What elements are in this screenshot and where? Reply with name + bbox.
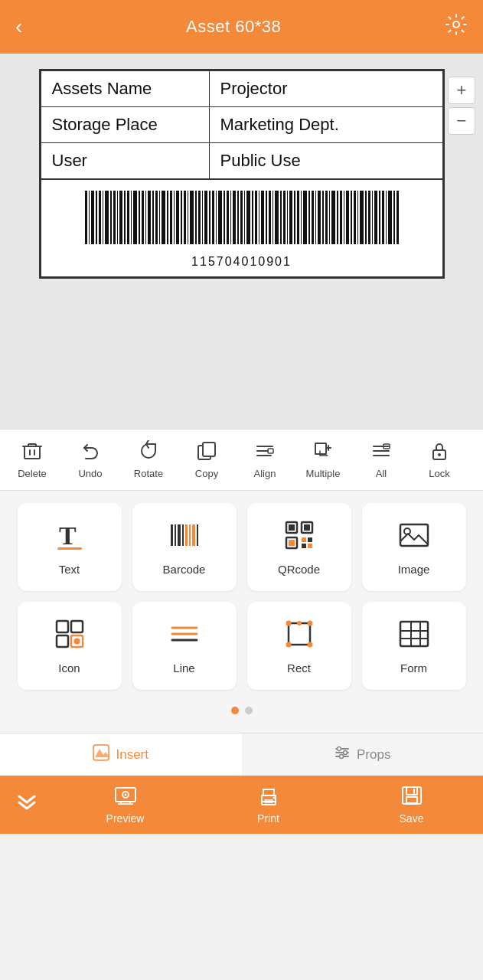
zoom-in-button[interactable]: + xyxy=(448,77,475,104)
save-button[interactable]: Save xyxy=(340,776,483,834)
props-tab-icon xyxy=(334,744,351,765)
collapse-button[interactable] xyxy=(0,784,54,825)
svg-rect-117 xyxy=(302,544,306,548)
zoom-controls: + − xyxy=(448,77,475,135)
toggle-bar: Insert Props xyxy=(0,733,483,776)
all-icon xyxy=(370,440,392,465)
svg-rect-40 xyxy=(224,191,225,244)
delete-button[interactable]: Delete xyxy=(3,436,61,484)
app-header: ‹ Asset 60*38 xyxy=(0,0,483,54)
insert-barcode-button[interactable]: Barcode xyxy=(132,503,237,591)
qrcode-icon xyxy=(282,518,316,557)
zoom-out-button[interactable]: − xyxy=(448,107,475,135)
svg-rect-24 xyxy=(167,191,168,244)
svg-rect-68 xyxy=(322,191,324,244)
svg-rect-1 xyxy=(85,191,87,244)
svg-rect-79 xyxy=(360,191,364,244)
all-button[interactable]: All xyxy=(352,436,410,484)
svg-rect-77 xyxy=(354,191,356,244)
svg-rect-10 xyxy=(117,191,118,244)
back-button[interactable]: ‹ xyxy=(15,15,22,39)
rotate-button[interactable]: Rotate xyxy=(119,436,178,484)
insert-tab[interactable]: Insert xyxy=(0,733,242,776)
dot-inactive xyxy=(245,707,253,714)
svg-rect-25 xyxy=(170,191,172,244)
svg-rect-36 xyxy=(209,191,210,244)
svg-point-145 xyxy=(344,751,348,755)
svg-text:T: T xyxy=(59,521,77,550)
svg-point-132 xyxy=(286,642,291,648)
multiple-button[interactable]: Multiple xyxy=(294,436,352,484)
svg-point-154 xyxy=(273,797,275,799)
image-label: Image xyxy=(398,563,430,576)
multiple-icon xyxy=(312,440,334,465)
align-label: Align xyxy=(254,468,276,479)
svg-rect-60 xyxy=(294,191,295,244)
undo-label: Undo xyxy=(78,468,102,479)
insert-icon-button[interactable]: Icon xyxy=(18,602,122,690)
align-icon xyxy=(254,440,276,465)
insert-text-button[interactable]: T Text xyxy=(18,503,122,591)
header-title: Asset 60*38 xyxy=(186,17,281,37)
form-label: Form xyxy=(400,662,427,675)
svg-rect-78 xyxy=(357,191,358,244)
barcode-image xyxy=(77,191,406,252)
insert-image-button[interactable]: Image xyxy=(362,503,466,591)
svg-rect-95 xyxy=(315,443,326,454)
svg-rect-65 xyxy=(312,191,314,244)
dot-active xyxy=(231,707,239,714)
undo-button[interactable]: Undo xyxy=(61,436,119,484)
svg-rect-37 xyxy=(212,191,214,244)
insert-form-button[interactable]: Form xyxy=(362,602,466,690)
props-tab[interactable]: Props xyxy=(242,733,484,776)
field-value-assets: Projector xyxy=(209,71,442,107)
svg-rect-50 xyxy=(259,191,259,244)
lock-label: Lock xyxy=(429,468,449,479)
svg-rect-123 xyxy=(57,635,68,647)
svg-rect-69 xyxy=(325,191,328,244)
lock-button[interactable]: Lock xyxy=(410,436,468,484)
svg-rect-21 xyxy=(155,191,158,244)
print-icon xyxy=(257,785,280,809)
barcode-section: 115704010901 xyxy=(41,179,443,277)
svg-rect-157 xyxy=(406,797,417,803)
print-button[interactable]: Print xyxy=(197,776,340,834)
image-icon xyxy=(397,518,431,557)
svg-rect-33 xyxy=(198,191,201,244)
svg-rect-119 xyxy=(400,524,428,546)
svg-rect-105 xyxy=(185,524,188,546)
svg-rect-3 xyxy=(91,191,94,244)
lock-icon xyxy=(429,440,450,465)
insert-rect-button[interactable]: Rect xyxy=(247,602,351,690)
svg-rect-11 xyxy=(119,191,122,244)
svg-rect-58 xyxy=(287,191,288,244)
svg-rect-72 xyxy=(337,191,338,244)
svg-rect-118 xyxy=(308,544,312,548)
form-icon xyxy=(397,617,431,655)
insert-tab-icon xyxy=(93,744,109,765)
save-label: Save xyxy=(400,812,424,825)
svg-rect-89 xyxy=(397,191,399,244)
svg-rect-31 xyxy=(190,191,194,244)
delete-icon xyxy=(21,440,43,465)
line-label: Line xyxy=(173,662,194,675)
svg-point-125 xyxy=(73,639,80,645)
svg-rect-115 xyxy=(302,537,306,542)
svg-rect-62 xyxy=(301,191,302,244)
save-icon xyxy=(400,785,423,809)
svg-rect-41 xyxy=(227,191,229,244)
align-button[interactable]: Align xyxy=(236,436,294,484)
label-preview[interactable]: Assets Name Projector Storage Place Mark… xyxy=(39,69,445,279)
insert-qrcode-button[interactable]: QRcode xyxy=(247,503,351,591)
svg-rect-18 xyxy=(145,191,146,244)
table-row: Assets Name Projector xyxy=(41,71,442,107)
svg-rect-116 xyxy=(308,537,312,542)
svg-rect-32 xyxy=(195,191,197,244)
svg-rect-9 xyxy=(113,191,116,244)
settings-button[interactable] xyxy=(445,13,468,41)
copy-button[interactable]: Copy xyxy=(178,436,236,484)
insert-line-button[interactable]: Line xyxy=(132,602,237,690)
svg-rect-53 xyxy=(269,191,271,244)
preview-button[interactable]: Preview xyxy=(54,776,197,834)
field-name-storage: Storage Place xyxy=(41,107,209,143)
